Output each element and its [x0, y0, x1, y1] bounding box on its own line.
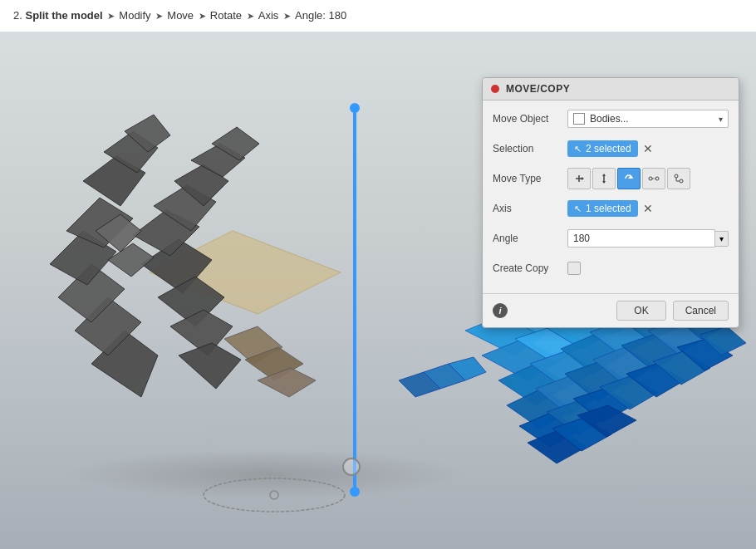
move-type-row: Move Type [493, 167, 729, 190]
info-icon[interactable]: i [493, 303, 508, 318]
svg-point-71 [675, 174, 678, 178]
svg-point-68 [649, 177, 652, 180]
angle-label: Angle [493, 233, 567, 244]
breadcrumb-prefix: 2. [13, 9, 22, 22]
cancel-button[interactable]: Cancel [673, 301, 729, 321]
dialog-close-dot[interactable] [491, 85, 499, 93]
model-dark-body [25, 98, 341, 430]
selection-clear-button[interactable]: ✕ [641, 143, 655, 154]
bodies-text: Bodies... [590, 113, 719, 125]
svg-point-72 [680, 179, 683, 183]
floor-arc [199, 474, 349, 516]
axis-row: Axis ↖ 1 selected ✕ [493, 197, 729, 220]
svg-point-59 [204, 478, 345, 512]
angle-dropdown-button[interactable]: ▾ [715, 231, 729, 247]
breadcrumb-arrow-4: ➤ [247, 11, 257, 21]
bodies-icon [573, 113, 585, 125]
angle-input[interactable] [567, 229, 715, 248]
move-type-directional-button[interactable] [592, 168, 616, 189]
axis-line-bottom [350, 487, 360, 497]
angle-field: ▾ [567, 229, 729, 248]
dropdown-arrow-icon: ▾ [719, 115, 723, 124]
svg-marker-22 [108, 243, 154, 277]
create-copy-row: Create Copy [493, 257, 729, 280]
axis-badge[interactable]: ↖ 1 selected [567, 200, 638, 217]
move-type-buttons [567, 168, 690, 189]
bottom-circle-marker [342, 458, 361, 476]
svg-point-60 [270, 491, 278, 499]
selection-control: ↖ 2 selected ✕ [567, 140, 729, 157]
selection-row: Selection ↖ 2 selected ✕ [493, 137, 729, 160]
svg-marker-12 [179, 343, 241, 389]
cursor-icon: ↖ [574, 144, 582, 154]
breadcrumb-arrow-3: ➤ [199, 11, 209, 21]
axis-label: Axis [493, 203, 567, 214]
selection-badge[interactable]: ↖ 2 selected [567, 140, 638, 157]
svg-point-69 [655, 177, 659, 180]
axis-line [353, 106, 356, 488]
selection-label: Selection [493, 143, 567, 154]
dialog-header: MOVE/COPY [483, 78, 739, 100]
axis-selected: 1 selected [586, 203, 631, 214]
move-type-point-button[interactable] [642, 168, 665, 189]
svg-marker-66 [602, 181, 606, 184]
axis-cursor-icon: ↖ [574, 203, 582, 214]
move-object-label: Move Object [493, 113, 567, 125]
breadcrumb: 2. Split the model ➤ Modify ➤ Move ➤ Rot… [0, 0, 756, 28]
selection-count: 2 selected [586, 143, 631, 154]
angle-row: Angle ▾ [493, 227, 729, 250]
bodies-dropdown[interactable]: Bodies... ▾ [567, 110, 729, 128]
svg-marker-63 [582, 177, 584, 180]
move-type-control [567, 168, 729, 189]
dialog-body: Move Object Bodies... ▾ Selection ↖ 2 se… [483, 100, 739, 293]
breadcrumb-rotate: Rotate [210, 9, 242, 22]
breadcrumb-angle: Angle: 180 [295, 9, 346, 22]
move-object-row: Move Object Bodies... ▾ [493, 107, 729, 130]
dialog-title: MOVE/COPY [506, 83, 570, 95]
breadcrumb-arrow-2: ➤ [155, 11, 165, 21]
breadcrumb-move: Move [167, 9, 194, 22]
breadcrumb-modify: Modify [119, 9, 150, 22]
ok-button[interactable]: OK [616, 301, 665, 321]
create-copy-checkbox[interactable] [567, 262, 581, 275]
move-object-control: Bodies... ▾ [567, 110, 729, 128]
dialog-footer: i OK Cancel [483, 293, 739, 327]
breadcrumb-split: Split the model [25, 9, 102, 22]
move-type-align-button[interactable] [667, 168, 690, 189]
breadcrumb-axis: Axis [258, 9, 279, 22]
svg-marker-65 [602, 174, 606, 176]
axis-control: ↖ 1 selected ✕ [567, 200, 729, 217]
create-copy-label: Create Copy [493, 262, 567, 274]
axis-clear-button[interactable]: ✕ [641, 203, 655, 214]
create-copy-control [567, 262, 729, 275]
viewport-3d[interactable]: MOVE/COPY Move Object Bodies... ▾ Select… [0, 32, 756, 549]
move-type-translate-button[interactable] [567, 168, 591, 189]
move-copy-dialog: MOVE/COPY Move Object Bodies... ▾ Select… [482, 77, 739, 328]
move-type-rotate-button[interactable] [617, 168, 641, 189]
breadcrumb-arrow-1: ➤ [107, 11, 117, 21]
angle-control: ▾ [567, 229, 729, 248]
breadcrumb-arrow-5: ➤ [283, 11, 293, 21]
move-type-label: Move Type [493, 173, 567, 184]
